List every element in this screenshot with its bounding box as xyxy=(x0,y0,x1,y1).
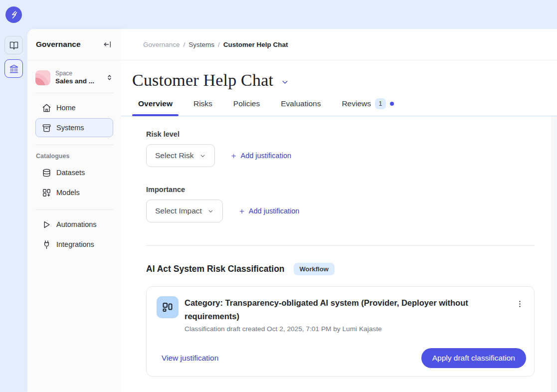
sidebar-item-label: Datasets xyxy=(56,169,85,177)
chevron-down-icon xyxy=(281,78,289,86)
sidebar-item-label: Models xyxy=(56,189,80,196)
breadcrumb-current: Customer Help Chat xyxy=(223,41,288,48)
scrollbar[interactable] xyxy=(551,116,557,392)
workflow-badge: Workflow xyxy=(294,263,335,275)
tab-label: Overview xyxy=(138,99,173,108)
breadcrumb-systems[interactable]: Systems xyxy=(188,41,214,48)
sidebar-divider xyxy=(35,145,113,145)
governance-sidebar: Governance Space Sales and ... H xyxy=(27,29,121,392)
tab-bar: Overview Risks Policies Evaluations Revi… xyxy=(132,98,557,116)
sidebar-item-automations[interactable]: Automations xyxy=(35,215,113,234)
overview-content: Risk level Select Risk + Add justificati… xyxy=(121,116,557,392)
risk-level-select[interactable]: Select Risk xyxy=(146,144,215,167)
chevron-down-icon xyxy=(207,208,214,214)
logo-lightning-icon xyxy=(9,10,18,19)
tab-policies[interactable]: Policies xyxy=(227,98,266,116)
importance-label: Importance xyxy=(146,186,535,194)
main-panel: Governance / Systems / Customer Help Cha… xyxy=(121,29,557,392)
sidebar-item-datasets[interactable]: Datasets xyxy=(35,163,113,182)
add-justification-label: Add justification xyxy=(240,152,291,160)
archive-box-icon xyxy=(42,123,51,133)
tab-risks[interactable]: Risks xyxy=(187,98,218,116)
view-justification-link[interactable]: View justification xyxy=(162,354,218,363)
space-label: Space xyxy=(55,70,101,77)
tab-label: Risks xyxy=(193,99,212,108)
chevron-down-icon xyxy=(199,153,206,159)
sidebar-item-label: Integrations xyxy=(56,240,94,248)
collapse-left-icon xyxy=(103,40,112,49)
risk-level-label: Risk level xyxy=(146,130,535,138)
governance-module-button[interactable] xyxy=(4,59,23,78)
page-title-row[interactable]: Customer Help Chat xyxy=(132,71,557,90)
apply-draft-classification-button[interactable]: Apply draft classification xyxy=(421,348,526,368)
notification-dot xyxy=(390,102,394,106)
plus-icon: + xyxy=(239,207,244,215)
tab-label: Evaluations xyxy=(281,99,321,108)
breadcrumb-separator: / xyxy=(218,41,220,48)
sidebar-item-systems[interactable]: Systems xyxy=(35,118,113,137)
breadcrumb-governance[interactable]: Governance xyxy=(143,41,180,48)
chevron-up-down-icon xyxy=(106,74,113,81)
module-rail xyxy=(0,29,27,392)
play-icon xyxy=(42,220,51,229)
catalogues-section-label: Catalogues xyxy=(36,153,113,160)
sidebar-divider xyxy=(35,209,113,210)
top-bar xyxy=(0,0,557,29)
classification-category-title: Category: Transparency-obligated AI syst… xyxy=(185,296,506,323)
bank-icon xyxy=(9,64,19,74)
sidebar-header: Governance xyxy=(27,29,121,60)
tab-reviews[interactable]: Reviews 1 xyxy=(336,98,400,116)
space-texts: Space Sales and ... xyxy=(55,70,101,85)
sidebar-item-models[interactable]: Models xyxy=(35,183,113,202)
sidebar-item-integrations[interactable]: Integrations xyxy=(35,235,113,254)
page-title: Customer Help Chat xyxy=(132,71,273,90)
add-justification-label: Add justification xyxy=(249,207,300,215)
content-divider xyxy=(146,245,535,246)
card-text-block: Category: Transparency-obligated AI syst… xyxy=(185,296,506,333)
space-avatar xyxy=(35,70,50,85)
add-importance-justification-link[interactable]: + Add justification xyxy=(239,207,300,215)
sidebar-item-label: Automations xyxy=(56,220,97,228)
risk-level-select-value: Select Risk xyxy=(155,151,194,160)
importance-select-value: Select Impact xyxy=(155,206,202,215)
tab-overview[interactable]: Overview xyxy=(132,98,179,116)
plug-icon xyxy=(42,240,51,249)
page-header: Customer Help Chat Overview Risks Polici… xyxy=(121,60,557,116)
sidebar-title: Governance xyxy=(36,40,81,49)
breadcrumb-separator: / xyxy=(184,41,186,48)
sidebar-item-label: Home xyxy=(56,104,76,112)
home-icon xyxy=(42,103,51,113)
category-layout-icon xyxy=(157,296,179,318)
tab-label: Reviews xyxy=(342,99,371,108)
library-module-button[interactable] xyxy=(4,36,23,54)
classification-section-title: AI Act System Risk Classification xyxy=(146,264,285,274)
reviews-count-badge: 1 xyxy=(375,98,386,109)
database-icon xyxy=(42,168,51,178)
importance-select[interactable]: Select Impact xyxy=(146,199,223,222)
space-name: Sales and ... xyxy=(55,77,101,85)
sidebar-item-label: Systems xyxy=(56,124,84,132)
sidebar-divider xyxy=(35,93,113,93)
breadcrumb: Governance / Systems / Customer Help Cha… xyxy=(121,29,557,60)
space-selector[interactable]: Space Sales and ... xyxy=(35,70,113,85)
kebab-menu-icon[interactable] xyxy=(514,298,526,310)
book-icon xyxy=(9,40,19,50)
sidebar-item-home[interactable]: Home xyxy=(35,98,113,117)
tab-label: Policies xyxy=(233,99,260,108)
tab-evaluations[interactable]: Evaluations xyxy=(275,98,327,116)
app-logo[interactable] xyxy=(5,6,22,23)
classification-card: Category: Transparency-obligated AI syst… xyxy=(146,286,535,377)
add-risk-justification-link[interactable]: + Add justification xyxy=(231,152,292,160)
squares-plus-icon xyxy=(42,188,51,197)
classification-meta: Classification draft created Oct 2, 2025… xyxy=(185,325,506,333)
collapse-sidebar-button[interactable] xyxy=(103,40,112,49)
plus-icon: + xyxy=(231,152,236,160)
